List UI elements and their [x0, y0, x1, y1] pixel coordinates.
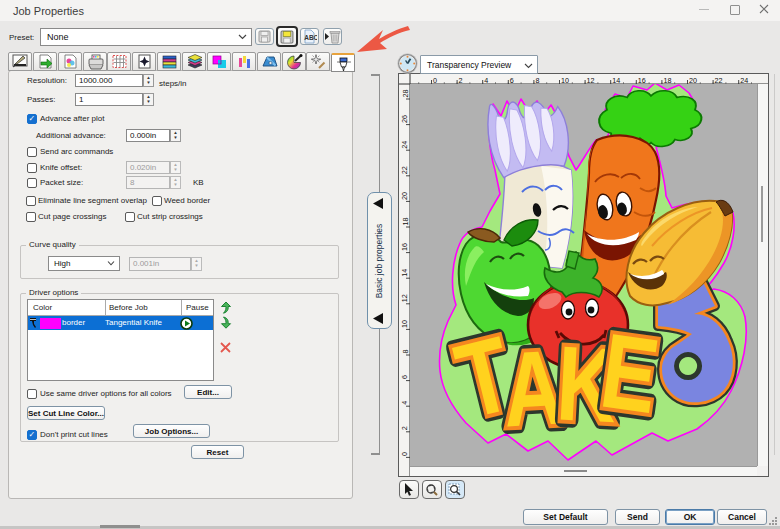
svg-text:16: 16 [401, 243, 410, 251]
svg-text:22: 22 [401, 166, 410, 174]
svg-text:10: 10 [401, 320, 410, 328]
svg-text:12: 12 [401, 294, 410, 302]
svg-text:8: 8 [401, 350, 410, 354]
svg-text:0: 0 [401, 452, 410, 456]
svg-text:26: 26 [401, 115, 410, 123]
svg-text:ABC: ABC [304, 34, 317, 41]
svg-text:6: 6 [401, 375, 410, 379]
svg-text:24: 24 [401, 141, 410, 149]
svg-text:28: 28 [401, 90, 410, 98]
svg-text:14: 14 [401, 269, 410, 277]
svg-text:20: 20 [401, 192, 410, 200]
svg-text:2: 2 [401, 426, 410, 430]
svg-text:18: 18 [401, 218, 410, 226]
svg-text:4: 4 [401, 401, 410, 405]
